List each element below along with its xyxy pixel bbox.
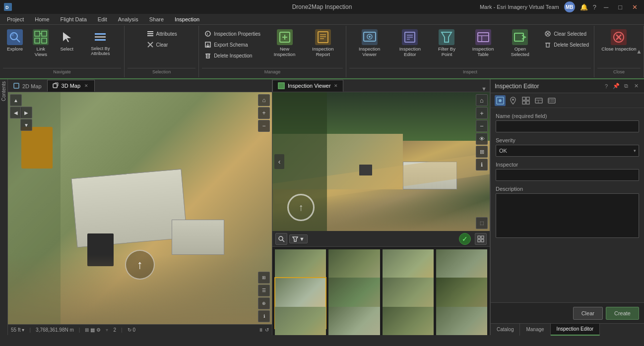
inspection-viewer-button[interactable]: Inspection Viewer xyxy=(349,28,390,66)
inspection-editor-tab[interactable]: Inspection Editor xyxy=(551,324,600,336)
contents-label: Contents xyxy=(1,81,6,101)
editor-location-icon-btn[interactable] xyxy=(508,95,518,106)
editor-help-btn[interactable]: ? xyxy=(602,82,610,90)
map-2d-view[interactable]: ▲ ◀ ▶ ▼ ↑ ⌂ + − ⊞ ☰ ⊕ ℹ xyxy=(8,92,272,324)
menu-flight-data[interactable]: Flight Data xyxy=(56,15,92,23)
tab-2d-map[interactable]: 2D Map xyxy=(8,80,47,92)
map-grid-btn[interactable]: ⊞ xyxy=(258,272,270,284)
select-by-attrs-icon xyxy=(92,29,108,45)
editor-float-btn[interactable]: ⧉ xyxy=(622,82,630,90)
menu-edit[interactable]: Edit xyxy=(93,15,112,23)
thumbnail-11[interactable] xyxy=(382,306,434,335)
viewer-confirm-btn[interactable]: ✓ xyxy=(459,233,471,245)
viewer-main-image: ↑ ‹ ⌂ + − 👁 ⊞ ℹ ⬚ xyxy=(272,92,490,231)
menu-home[interactable]: Home xyxy=(30,15,54,23)
delete-selected-button[interactable]: Delete Selected xyxy=(542,40,591,50)
pause-icon[interactable]: ⏸ xyxy=(258,327,263,333)
viewer-zoom-in-btn[interactable]: + xyxy=(476,107,488,119)
inspection-report-button[interactable]: Inspection Report xyxy=(303,28,343,66)
svg-rect-67 xyxy=(526,101,529,104)
menu-share[interactable]: Share xyxy=(144,15,169,23)
user-avatar[interactable]: MB xyxy=(564,1,575,12)
viewer-info-btn[interactable]: ℹ xyxy=(476,159,488,171)
clear-button[interactable]: Clear xyxy=(573,307,603,320)
inspection-table-icon xyxy=(475,29,491,45)
menu-inspection[interactable]: Inspection xyxy=(170,15,204,23)
attributes-button[interactable]: Attributes xyxy=(144,29,179,39)
minimize-btn[interactable]: ─ xyxy=(601,2,611,12)
clear-icon xyxy=(146,41,154,49)
notification-icon[interactable]: 🔔 xyxy=(580,3,588,11)
inspection-viewer-tab[interactable]: Inspection Viewer ✕ xyxy=(272,80,343,92)
open-selected-button[interactable]: Open Selected xyxy=(503,28,537,66)
new-inspection-icon xyxy=(277,29,293,45)
svg-rect-40 xyxy=(478,33,489,42)
close-btn[interactable]: ✕ xyxy=(630,2,640,12)
viewer-tab-close[interactable]: ✕ xyxy=(334,83,338,88)
export-schema-button[interactable]: Export Schema xyxy=(202,40,262,50)
viewer-eye-btn[interactable]: 👁 xyxy=(476,133,488,145)
inspector-input[interactable] xyxy=(496,169,639,181)
viewer-resize-btn[interactable]: ⬚ xyxy=(476,217,488,229)
menu-analysis[interactable]: Analysis xyxy=(113,15,143,23)
close-inspection-button[interactable]: Close Inspection xyxy=(599,28,639,66)
clear-button[interactable]: Clear xyxy=(144,40,179,50)
refresh-icon[interactable]: ↺ xyxy=(265,327,269,333)
map-layers-btn[interactable]: ☰ xyxy=(258,285,270,296)
select-button[interactable]: Select xyxy=(55,28,79,66)
editor-close-btn[interactable]: ✕ xyxy=(632,82,640,90)
explore-button[interactable]: Explore xyxy=(3,28,27,66)
viewer-adjust-btn[interactable]: ⊞ xyxy=(476,146,488,158)
map-compass[interactable]: ↑ xyxy=(125,250,155,280)
map-zoom-in-btn[interactable]: + xyxy=(258,107,270,119)
svg-rect-8 xyxy=(42,38,47,43)
thumbnail-9[interactable] xyxy=(274,306,326,335)
3d-map-close[interactable]: ✕ xyxy=(83,83,89,89)
editor-table-icon-btn[interactable] xyxy=(533,95,544,106)
map-home-btn[interactable]: ⌂ xyxy=(258,94,270,106)
map-info-btn[interactable]: ℹ xyxy=(258,310,270,322)
name-input[interactable] xyxy=(496,120,639,132)
inspection-table-button[interactable]: Inspection Table xyxy=(464,28,502,66)
manage-tab[interactable]: Manage xyxy=(520,324,550,336)
severity-select[interactable]: OK Low Medium High Critical xyxy=(496,145,639,157)
viewer-home-btn[interactable]: ⌂ xyxy=(476,94,488,106)
svg-rect-68 xyxy=(535,98,542,103)
editor-pin-btn[interactable]: 📌 xyxy=(612,82,620,90)
create-button[interactable]: Create xyxy=(606,307,639,320)
clear-selected-button[interactable]: Clear Selected xyxy=(542,29,591,39)
thumbnail-10[interactable] xyxy=(328,306,380,335)
filter-by-point-button[interactable]: Filter By Point xyxy=(430,28,463,66)
description-textarea[interactable] xyxy=(496,193,639,238)
menu-project[interactable]: Project xyxy=(2,15,29,23)
maximize-btn[interactable]: □ xyxy=(616,2,625,12)
map-zoom-out-btn[interactable]: − xyxy=(258,120,270,132)
delete-inspection-button[interactable]: Delete Inspection xyxy=(202,51,262,60)
help-icon[interactable]: ? xyxy=(593,3,596,11)
viewer-grid-view-btn[interactable] xyxy=(475,233,487,245)
map-measure-btn[interactable]: ⊕ xyxy=(258,297,270,309)
nav-right-btn[interactable]: ▶ xyxy=(20,107,32,118)
viewer-zoom-out-btn[interactable]: − xyxy=(476,120,488,132)
link-views-button[interactable]: Link Views xyxy=(28,28,54,66)
viewer-nav-left[interactable]: ‹ xyxy=(274,154,284,169)
editor-point-icon-btn[interactable] xyxy=(495,95,506,106)
nav-down-btn[interactable]: ▼ xyxy=(20,119,32,131)
main-content: Contents 2D Map 3D Map ✕ xyxy=(0,79,644,335)
ribbon-collapse-button[interactable]: ▲ xyxy=(636,48,642,55)
tab-3d-map[interactable]: 3D Map ✕ xyxy=(47,80,95,92)
viewer-filter-btn[interactable]: ▼ xyxy=(289,234,308,243)
new-inspection-button[interactable]: New Inspection xyxy=(267,28,302,66)
viewer-search-btn[interactable] xyxy=(275,233,287,245)
catalog-tab[interactable]: Catalog xyxy=(491,324,520,336)
svg-rect-43 xyxy=(515,33,523,41)
editor-grid-icon-btn[interactable] xyxy=(520,95,531,106)
inspection-editor-button[interactable]: Inspection Editor xyxy=(391,28,430,66)
inspection-properties-button[interactable]: i Inspection Properties xyxy=(202,29,262,39)
select-by-attributes-button[interactable]: Select By Attributes xyxy=(80,28,122,66)
viewer-collapse-btn[interactable]: ▼ xyxy=(478,86,490,92)
thumbnail-12[interactable] xyxy=(436,306,488,335)
editor-list-icon-btn[interactable] xyxy=(546,95,557,106)
scale-control[interactable]: 55 ft ▾ xyxy=(11,327,24,333)
coordinates-display: 3,768,361.98N m xyxy=(36,327,74,333)
